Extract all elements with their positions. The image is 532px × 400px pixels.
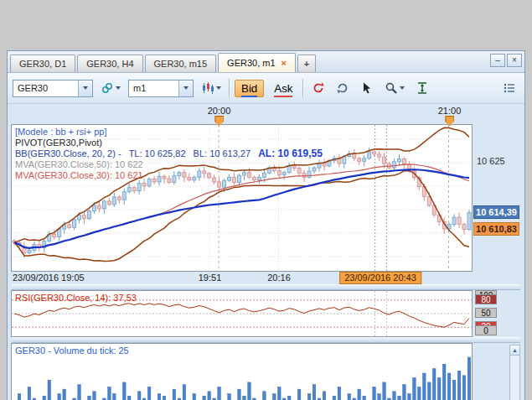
symbol-dropdown-arrow[interactable]: [78, 81, 92, 96]
scroll-up-icon[interactable]: ▲: [510, 345, 519, 356]
chevron-down-icon: [83, 86, 88, 90]
toolbar-separator: [302, 79, 304, 97]
chevron-down-icon: [116, 86, 121, 90]
pointer-icon: [360, 81, 374, 95]
time-axis-highlight: 23/09/2016 20:43: [339, 272, 421, 284]
panel-menu-icon: [503, 81, 516, 95]
close-button[interactable]: ×: [507, 54, 522, 67]
volume-scrollbar[interactable]: ▲ ▼: [509, 345, 520, 400]
zoom-button[interactable]: [381, 78, 408, 98]
price-plot[interactable]: [Modele : bb + rsi+ pp] PIVOT(GER30,Pivo…: [11, 124, 473, 272]
tab-label: GER30, H4: [86, 59, 133, 69]
time-axis-tick: 19:51: [199, 273, 222, 283]
tab-ger30-m1[interactable]: GER30, m1×: [218, 53, 296, 72]
time-header: 20:0021:00: [11, 104, 521, 124]
new-tab-button[interactable]: +: [297, 55, 316, 72]
link-button[interactable]: [97, 78, 124, 98]
refresh-icon: [312, 81, 325, 95]
bid-label: Bid: [241, 82, 257, 97]
refresh-button[interactable]: [308, 78, 328, 98]
price-panel: [Modele : bb + rsi+ pp] PIVOT(GER30,Pivo…: [11, 124, 521, 272]
header-time-label: 20:00: [208, 106, 231, 116]
time-axis-tick: 20:16: [267, 273, 291, 283]
panel-menu-button[interactable]: [499, 78, 519, 98]
chart-window: GER30, D1 GER30, H4 GER30, m15 GER30, m1…: [7, 50, 525, 400]
tab-bar: GER30, D1 GER30, H4 GER30, m15 GER30, m1…: [8, 51, 524, 73]
pointer-button[interactable]: [357, 78, 377, 98]
chevron-down-icon: [183, 86, 189, 90]
toolbar-separator: [229, 79, 230, 97]
timeframe-select[interactable]: m1: [128, 80, 194, 97]
link-icon: [101, 81, 114, 95]
rsi-splitter[interactable]: [12, 284, 520, 290]
rsi-scale-80: 80: [475, 294, 497, 304]
sync-icon: [336, 81, 349, 95]
time-axis[interactable]: 23/09/2016 19:0519:5120:1623/09/2016 20:…: [11, 272, 521, 284]
rsi-canvas[interactable]: [12, 291, 472, 336]
rsi-panel: RSI(GER30.Close, 14): 37,53 1008050200: [11, 290, 521, 337]
volume-axis: ▲ ▼: [473, 343, 521, 400]
window-controls: – ×: [490, 54, 522, 67]
symbol-value: GER30: [18, 83, 48, 93]
tab-label: GER30, D1: [19, 59, 66, 69]
rsi-axis[interactable]: 1008050200: [473, 290, 521, 337]
tab-ger30-h4[interactable]: GER30, H4: [77, 55, 142, 72]
timeframe-value: m1: [133, 83, 146, 93]
tab-close-icon[interactable]: ×: [281, 58, 287, 68]
tab-ger30-d1[interactable]: GER30, D1: [10, 55, 75, 72]
timeframe-dropdown-arrow[interactable]: [178, 81, 193, 96]
tab-ger30-m15[interactable]: GER30, m15: [145, 55, 217, 72]
bid-toggle[interactable]: Bid: [235, 80, 264, 97]
time-axis-tick: 23/09/2016 19:05: [13, 273, 85, 283]
tab-label: GER30, m15: [154, 59, 208, 69]
header-time-label: 21:00: [438, 106, 462, 116]
symbol-select[interactable]: GER30: [13, 80, 93, 97]
chevron-down-icon: [216, 86, 221, 90]
toolbar: GER30 m1 Bid Ask: [8, 73, 524, 104]
minimize-button[interactable]: –: [490, 54, 505, 67]
price-chart-canvas[interactable]: [12, 125, 472, 271]
time-header-track: 20:0021:00: [12, 104, 473, 124]
chevron-down-icon: [400, 86, 405, 90]
tab-label: GER30, m1: [227, 58, 275, 68]
volume-plot[interactable]: GER30 - Volume du tick: 25: [11, 343, 473, 400]
rsi-scale-0: 0: [475, 325, 497, 335]
chart-type-icon: [201, 81, 214, 95]
ask-toggle[interactable]: Ask: [268, 80, 298, 97]
chart-content: 20:0021:00 [Modele : bb + rsi+ pp] PIVOT…: [8, 104, 524, 400]
price-axis[interactable]: 10 62510 614,3910 610,83: [473, 124, 521, 272]
price-gridline-label: 10 625: [477, 156, 505, 166]
bid-price-badge: 10 614,39: [473, 205, 519, 219]
vertical-scale-icon: [416, 81, 429, 95]
volume-splitter[interactable]: [12, 337, 520, 343]
rsi-plot[interactable]: RSI(GER30.Close, 14): 37,53: [11, 290, 473, 337]
chart-type-button[interactable]: [198, 78, 225, 98]
plus-icon: +: [304, 59, 309, 69]
zoom-icon: [385, 81, 398, 95]
time-axis-track: 23/09/2016 19:0519:5120:1623/09/2016 20:…: [12, 272, 473, 284]
volume-canvas[interactable]: [12, 344, 472, 400]
rsi-scale-50: 50: [475, 308, 497, 318]
volume-panel: GER30 - Volume du tick: 25 ▲ ▼: [11, 343, 521, 400]
vertical-scale-button[interactable]: [412, 78, 432, 98]
sync-button[interactable]: [333, 78, 353, 98]
ask-label: Ask: [274, 82, 292, 97]
last-price-badge: 10 610,83: [473, 222, 519, 236]
